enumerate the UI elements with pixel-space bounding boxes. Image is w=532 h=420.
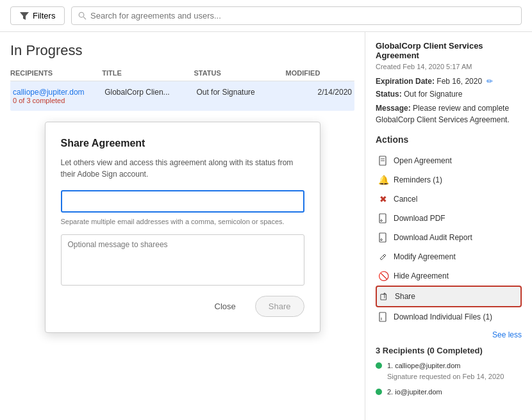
open-agreement-icon bbox=[378, 156, 388, 166]
action-hide-label: Hide Agreement bbox=[394, 271, 449, 280]
svg-line-2 bbox=[84, 17, 87, 19]
download-pdf-icon bbox=[378, 213, 388, 223]
recipient-dot-1 bbox=[376, 362, 382, 369]
left-panel: In Progress RECIPIENTS TITLE STATUS MODI… bbox=[0, 32, 365, 420]
action-download-audit-label: Download Audit Report bbox=[394, 233, 472, 242]
action-hide[interactable]: 🚫 Hide Agreement bbox=[376, 266, 522, 286]
right-panel: GlobalCorp Client Services Agreement Cre… bbox=[365, 32, 532, 420]
filter-button[interactable]: Filters bbox=[10, 6, 65, 25]
share-icon bbox=[379, 291, 390, 302]
status-label: Status: bbox=[376, 90, 402, 99]
close-button[interactable]: Close bbox=[202, 296, 249, 317]
message-textarea[interactable] bbox=[61, 234, 304, 286]
action-cancel[interactable]: ✖ Cancel bbox=[376, 190, 522, 209]
recipient-item-1: 1. calliope@jupiter.dom Signature reques… bbox=[376, 360, 522, 382]
download-individual-icon bbox=[378, 312, 388, 322]
message-label: Message: bbox=[376, 104, 411, 113]
search-icon bbox=[78, 12, 87, 20]
action-reminders[interactable]: 🔔 Reminders (1) bbox=[376, 170, 522, 190]
action-open-label: Open Agreement bbox=[394, 156, 452, 165]
action-modify[interactable]: Modify Agreement bbox=[376, 247, 522, 266]
action-download-audit[interactable]: Download Audit Report bbox=[376, 228, 522, 247]
share-button[interactable]: Share bbox=[255, 296, 304, 317]
hide-icon: 🚫 bbox=[378, 271, 388, 281]
top-bar: Filters bbox=[0, 0, 532, 32]
modal-overlay: Share Agreement Let others view and acce… bbox=[0, 32, 365, 420]
svg-point-1 bbox=[79, 12, 85, 17]
message-row: Message: Please review and complete Glob… bbox=[376, 102, 522, 125]
svg-marker-0 bbox=[20, 12, 29, 20]
download-audit-icon bbox=[378, 232, 388, 243]
svg-rect-8 bbox=[379, 233, 386, 242]
search-bar[interactable] bbox=[71, 6, 522, 25]
main-layout: In Progress RECIPIENTS TITLE STATUS MODI… bbox=[0, 32, 532, 420]
expiration-value: Feb 16, 2020 bbox=[436, 77, 482, 86]
svg-line-10 bbox=[383, 255, 385, 257]
email-input[interactable] bbox=[61, 190, 304, 213]
svg-rect-11 bbox=[381, 295, 387, 300]
agreement-created: Created Feb 14, 2020 5:17 AM bbox=[376, 63, 522, 70]
share-agreement-modal: Share Agreement Let others view and acce… bbox=[45, 122, 320, 333]
filter-label: Filters bbox=[33, 11, 55, 20]
action-download-individual-label: Download Individual Files (1) bbox=[394, 312, 492, 321]
action-download-pdf-label: Download PDF bbox=[394, 214, 445, 223]
expiration-row: Expiration Date: Feb 16, 2020 ✏ bbox=[376, 77, 522, 86]
action-download-pdf[interactable]: Download PDF bbox=[376, 209, 522, 228]
agreement-title: GlobalCorp Client Services Agreement bbox=[376, 41, 522, 60]
cancel-icon: ✖ bbox=[378, 194, 388, 204]
edit-expiration-icon[interactable]: ✏ bbox=[486, 77, 493, 86]
recipient-name-2: 2. io@jupiter.dom bbox=[387, 387, 442, 398]
action-modify-label: Modify Agreement bbox=[394, 252, 456, 261]
action-reminders-label: Reminders (1) bbox=[394, 175, 442, 184]
action-cancel-label: Cancel bbox=[394, 195, 417, 204]
modal-actions: Close Share bbox=[61, 296, 304, 317]
reminders-icon: 🔔 bbox=[378, 175, 388, 185]
modify-icon bbox=[378, 252, 388, 262]
recipient-dot-2 bbox=[376, 389, 382, 395]
see-less-link[interactable]: See less bbox=[376, 330, 522, 339]
recipients-title: 3 Recipients (0 Completed) bbox=[376, 346, 522, 355]
action-share-label: Share bbox=[395, 292, 415, 301]
svg-rect-13 bbox=[379, 312, 386, 321]
search-input[interactable] bbox=[90, 11, 515, 20]
action-download-individual[interactable]: Download Individual Files (1) bbox=[376, 307, 522, 327]
recipient-item-2: 2. io@jupiter.dom bbox=[376, 387, 522, 398]
actions-title: Actions bbox=[376, 134, 522, 145]
email-hint: Separate multiple email addresses with a… bbox=[61, 218, 304, 225]
action-open-agreement[interactable]: Open Agreement bbox=[376, 151, 522, 170]
svg-rect-6 bbox=[379, 214, 386, 223]
expiration-label: Expiration Date: bbox=[376, 77, 435, 86]
recipient-detail-1: Signature requested on Feb 14, 2020 bbox=[387, 371, 504, 382]
recipient-name-1: 1. calliope@jupiter.dom bbox=[387, 360, 504, 371]
status-value: Out for Signature bbox=[404, 90, 462, 99]
modal-title: Share Agreement bbox=[61, 138, 304, 149]
action-share[interactable]: Share bbox=[376, 286, 522, 307]
filter-icon bbox=[20, 12, 29, 20]
status-row: Status: Out for Signature bbox=[376, 90, 522, 99]
modal-description: Let others view and access this agreemen… bbox=[61, 157, 304, 180]
